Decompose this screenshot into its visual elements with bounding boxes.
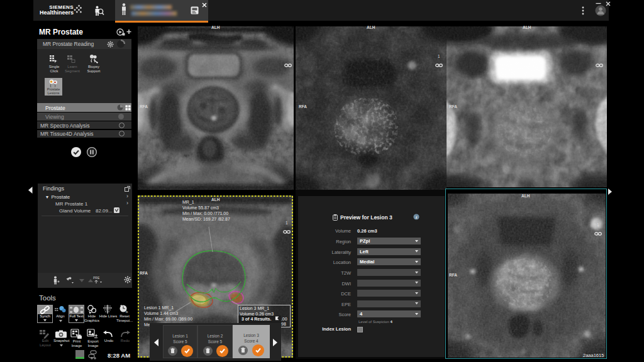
svg-text:PRE: PRE: [93, 276, 100, 280]
svg-text:b: b: [126, 310, 128, 314]
svg-text:i: i: [416, 215, 417, 220]
